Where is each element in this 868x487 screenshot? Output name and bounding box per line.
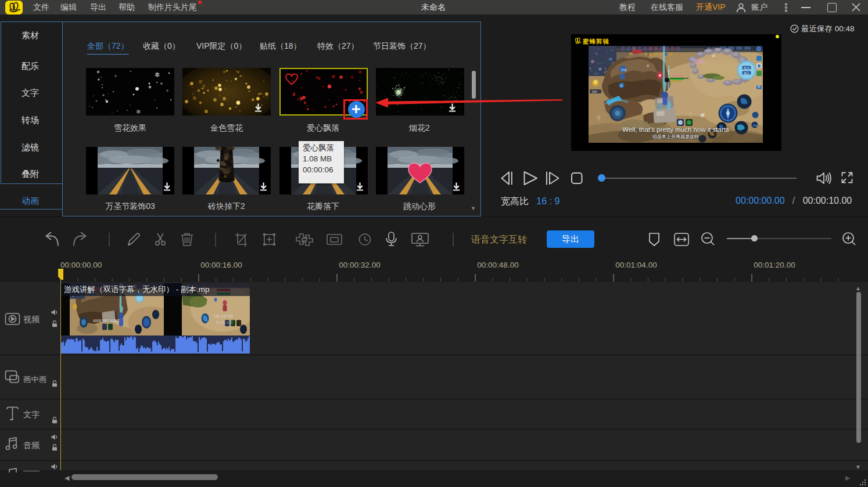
svg-text:❄: ❄ bbox=[155, 71, 160, 79]
svg-text:敌方英雄: 敌方英雄 bbox=[672, 74, 683, 78]
svg-text:❄: ❄ bbox=[136, 109, 141, 115]
svg-text:取消: 取消 bbox=[744, 66, 749, 70]
svg-text:394: 394 bbox=[592, 90, 597, 93]
svg-text:P: P bbox=[620, 85, 622, 88]
svg-text:再次确认设置: 再次确认设置 bbox=[216, 320, 233, 324]
svg-text:蜜蜂剪辑: 蜜蜂剪辑 bbox=[582, 38, 609, 45]
svg-text:❄: ❄ bbox=[757, 84, 761, 89]
svg-text:AWM 98*2 4080: AWM 98*2 4080 bbox=[93, 318, 118, 323]
svg-text:❄: ❄ bbox=[646, 64, 650, 68]
svg-text:❄: ❄ bbox=[700, 112, 705, 118]
svg-text:❄: ❄ bbox=[712, 53, 716, 59]
svg-text:搬运: 搬运 bbox=[744, 71, 749, 75]
svg-text:咱基本上开局就是这样: 咱基本上开局就是这样 bbox=[652, 134, 699, 139]
svg-text:升级: 升级 bbox=[753, 124, 759, 127]
svg-text:Well, that's pretty much how i: Well, that's pretty much how it starts bbox=[622, 126, 729, 133]
svg-text:加速: 加速 bbox=[621, 68, 627, 71]
svg-text:LBL 24/7/36: LBL 24/7/36 bbox=[214, 313, 233, 319]
